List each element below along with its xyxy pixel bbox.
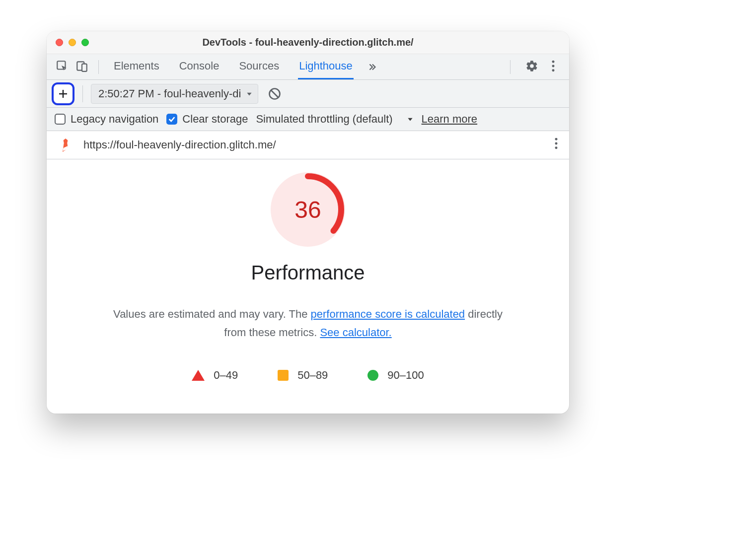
- legend-mid: 50–89: [278, 369, 328, 382]
- legend-low-label: 0–49: [214, 369, 238, 382]
- legend-mid-label: 50–89: [297, 369, 328, 382]
- lighthouse-logo-icon: [58, 137, 73, 153]
- legend-high-label: 90–100: [387, 369, 424, 382]
- inspect-element-icon[interactable]: [56, 60, 69, 74]
- devtools-tab-bar: Elements Console Sources Lighthouse: [47, 54, 569, 80]
- lighthouse-options-bar: Legacy navigation Clear storage Simulate…: [47, 108, 569, 131]
- report-url: https://foul-heavenly-direction.glitch.m…: [83, 139, 544, 151]
- tabbar-separator-right: [510, 60, 511, 74]
- legacy-navigation-label: Legacy navigation: [71, 113, 158, 126]
- score-legend: 0–49 50–89 90–100: [192, 369, 424, 382]
- chevron-down-icon: [246, 87, 253, 100]
- score-description: Values are estimated and may vary. The p…: [104, 305, 512, 342]
- performance-score-value: 36: [271, 172, 345, 247]
- svg-point-3: [552, 60, 555, 63]
- report-selector-label: 2:50:27 PM - foul-heavenly-di: [98, 87, 241, 100]
- clear-storage-label: Clear storage: [182, 113, 248, 126]
- report-body: 36 Performance Values are estimated and …: [47, 159, 569, 392]
- performance-gauge: 36: [271, 172, 345, 247]
- circle-green-icon: [367, 370, 378, 381]
- device-toggle-icon[interactable]: [75, 60, 88, 74]
- more-tabs-button[interactable]: [363, 54, 381, 79]
- square-orange-icon: [278, 370, 289, 381]
- traffic-lights: [47, 39, 89, 46]
- legend-high: 90–100: [367, 369, 424, 382]
- clear-all-button[interactable]: [266, 85, 283, 102]
- legacy-navigation-option[interactable]: Legacy navigation: [55, 113, 158, 126]
- svg-point-5: [552, 69, 555, 71]
- toolbar-separator: [82, 85, 83, 102]
- tabbar-separator: [98, 60, 99, 74]
- triangle-red-icon: [192, 370, 205, 381]
- clear-storage-option[interactable]: Clear storage: [166, 113, 248, 126]
- window-close-button[interactable]: [56, 39, 63, 46]
- lighthouse-report-toolbar: 2:50:27 PM - foul-heavenly-di: [47, 80, 569, 108]
- more-menu-icon[interactable]: [548, 60, 558, 74]
- window-title: DevTools - foul-heavenly-direction.glitc…: [47, 37, 569, 48]
- report-selector[interactable]: 2:50:27 PM - foul-heavenly-di: [91, 84, 258, 104]
- tab-elements[interactable]: Elements: [113, 54, 160, 79]
- window-titlebar: DevTools - foul-heavenly-direction.glitc…: [47, 31, 569, 54]
- chevron-down-icon: [407, 113, 414, 126]
- window-zoom-button[interactable]: [81, 39, 89, 46]
- see-calculator-link[interactable]: See calculator.: [320, 326, 391, 339]
- report-url-bar: https://foul-heavenly-direction.glitch.m…: [47, 131, 569, 159]
- svg-point-10: [555, 146, 558, 149]
- throttling-selector[interactable]: Simulated throttling (default): [256, 113, 413, 126]
- performance-gauge-section: 36 Performance Values are estimated and …: [57, 172, 559, 382]
- performance-score-link[interactable]: performance score is calculated: [311, 308, 465, 320]
- tab-sources[interactable]: Sources: [238, 54, 280, 79]
- svg-rect-2: [82, 64, 87, 71]
- svg-point-8: [555, 138, 558, 140]
- window-minimize-button[interactable]: [69, 39, 76, 46]
- settings-icon[interactable]: [525, 60, 538, 74]
- legend-low: 0–49: [192, 369, 238, 382]
- learn-more-link[interactable]: Learn more: [422, 113, 478, 126]
- svg-point-4: [552, 65, 555, 67]
- new-report-button[interactable]: [52, 82, 74, 105]
- legacy-navigation-checkbox[interactable]: [55, 114, 66, 125]
- category-title: Performance: [251, 262, 365, 284]
- desc-text-1: Values are estimated and may vary. The: [113, 308, 310, 320]
- tab-console[interactable]: Console: [178, 54, 220, 79]
- throttling-label: Simulated throttling (default): [256, 113, 392, 126]
- clear-storage-checkbox[interactable]: [166, 114, 177, 125]
- svg-point-9: [555, 142, 558, 145]
- tab-lighthouse[interactable]: Lighthouse: [298, 54, 354, 79]
- devtools-window: DevTools - foul-heavenly-direction.glitc…: [47, 31, 569, 414]
- tabs-container: Elements Console Sources Lighthouse: [104, 54, 354, 79]
- report-menu-button[interactable]: [554, 137, 558, 153]
